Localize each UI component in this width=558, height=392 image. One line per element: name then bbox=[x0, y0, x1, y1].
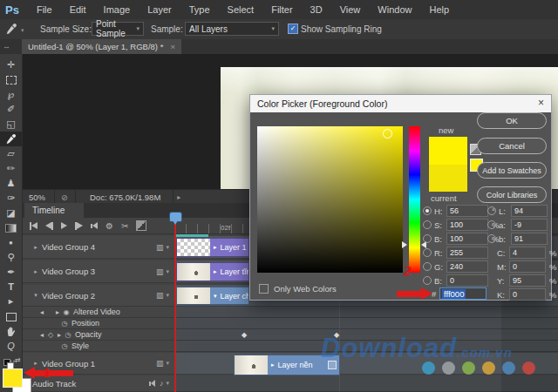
eye-icon[interactable]: ◉ bbox=[62, 308, 71, 316]
audio-track-lane[interactable] bbox=[174, 375, 558, 392]
input-b-lab[interactable]: 91 bbox=[511, 233, 548, 245]
radio-b-lab[interactable] bbox=[487, 234, 496, 243]
dodge-tool[interactable]: ⚲ bbox=[0, 250, 22, 265]
color-field[interactable] bbox=[257, 126, 403, 273]
work-area-bar[interactable] bbox=[176, 234, 208, 237]
next-frame-button[interactable] bbox=[75, 222, 83, 230]
clip-expand-icon[interactable]: ▸ bbox=[271, 362, 275, 368]
pen-tool[interactable]: ✒ bbox=[0, 265, 22, 280]
first-frame-button[interactable] bbox=[30, 222, 37, 230]
input-s[interactable]: 100 bbox=[446, 219, 488, 231]
quick-selection-tool[interactable]: ✐ bbox=[0, 102, 22, 117]
playhead[interactable] bbox=[169, 212, 182, 222]
brush-tool[interactable]: ✏ bbox=[0, 161, 22, 176]
preset-chevron-icon[interactable]: ▾ bbox=[21, 27, 24, 34]
track-menu-icon[interactable]: ▾ bbox=[166, 292, 169, 299]
eyedropper-tool[interactable] bbox=[0, 132, 22, 146]
add-to-swatches-button[interactable]: Add to Swatches bbox=[477, 162, 547, 179]
play-button[interactable] bbox=[61, 222, 67, 229]
radio-a[interactable] bbox=[487, 220, 496, 229]
show-sampling-ring-checkbox[interactable]: ✓ bbox=[288, 24, 298, 34]
zoom-tool[interactable]: Q bbox=[0, 339, 22, 354]
video-group-3-header[interactable]: ▸ Video Group 3 ▥ ▾ bbox=[22, 260, 174, 283]
menu-layer[interactable]: Layer bbox=[139, 4, 180, 15]
marquee-tool[interactable] bbox=[0, 72, 22, 87]
sample-dropdown[interactable]: All Layers ▾ bbox=[185, 22, 279, 36]
transition-button[interactable] bbox=[136, 220, 146, 231]
clip-layer-tinh[interactable]: ▸Layer tĩnh bbox=[176, 262, 249, 281]
menu-3d[interactable]: 3D bbox=[302, 4, 331, 15]
input-g[interactable]: 240 bbox=[446, 260, 488, 273]
clip-expand-icon[interactable]: ▸ bbox=[214, 244, 217, 251]
menu-filter[interactable]: Filter bbox=[262, 4, 301, 15]
eraser-tool[interactable]: ◪ bbox=[0, 206, 22, 220]
mute-audio-button[interactable] bbox=[91, 222, 98, 229]
color-field-cursor[interactable] bbox=[383, 129, 392, 139]
radio-l[interactable] bbox=[487, 206, 496, 215]
menu-help[interactable]: Help bbox=[420, 4, 458, 15]
clip-collapse-icon[interactable]: ▾ bbox=[214, 293, 217, 300]
collapse-icon[interactable]: ▾ bbox=[30, 292, 42, 299]
timeline-tab[interactable]: Timeline bbox=[24, 203, 84, 218]
radio-r[interactable] bbox=[423, 248, 432, 257]
swap-colors-icon[interactable]: ⇄ bbox=[15, 356, 21, 364]
crop-tool[interactable]: ◱ bbox=[0, 117, 22, 132]
input-b[interactable]: 100 bbox=[446, 233, 488, 245]
input-b2[interactable]: 0 bbox=[446, 274, 488, 287]
radio-s[interactable] bbox=[423, 220, 432, 229]
stopwatch-icon[interactable]: ◷ bbox=[60, 320, 69, 328]
gradient-tool[interactable] bbox=[0, 220, 22, 235]
input-a[interactable]: -9 bbox=[511, 219, 548, 231]
track-menu-icon[interactable]: ▾ bbox=[166, 380, 169, 387]
hand-tool[interactable] bbox=[0, 324, 22, 339]
zoom-level[interactable]: 50% bbox=[29, 193, 45, 202]
menu-file[interactable]: File bbox=[28, 4, 61, 15]
spot-healing-tool[interactable]: ▱ bbox=[0, 146, 22, 161]
kf-next-icon[interactable]: ▸ bbox=[55, 331, 64, 339]
expand-icon[interactable]: ▸ bbox=[30, 360, 42, 367]
input-y[interactable]: 95 bbox=[509, 274, 546, 287]
hue-slider[interactable] bbox=[409, 126, 420, 273]
expand-icon[interactable]: ▸ bbox=[30, 268, 42, 275]
document-tab[interactable]: Untitled-1 @ 50% (Layer 1, RGB/8) * × bbox=[22, 39, 181, 54]
type-tool[interactable]: T bbox=[0, 280, 22, 294]
expand-icon[interactable]: ▸ bbox=[30, 244, 42, 251]
ok-button[interactable]: OK bbox=[477, 112, 547, 129]
cancel-button[interactable]: Cancel bbox=[477, 138, 547, 154]
speaker-icon[interactable] bbox=[149, 380, 155, 387]
history-brush-tool[interactable]: ✑ bbox=[0, 191, 22, 206]
path-selection-tool[interactable]: ► bbox=[0, 294, 22, 309]
radio-b2[interactable] bbox=[423, 276, 432, 285]
hex-input[interactable]: fff000 bbox=[439, 287, 487, 300]
input-k[interactable]: 0 bbox=[509, 288, 546, 301]
track-menu-icon[interactable]: ▾ bbox=[166, 268, 169, 275]
lasso-tool[interactable]: ℘ bbox=[0, 87, 22, 102]
clip-layer-chia-khoa[interactable]: ▾Layer chìa k bbox=[176, 287, 249, 305]
menu-window[interactable]: Window bbox=[369, 4, 420, 15]
clip-expand-icon[interactable]: ▸ bbox=[214, 268, 217, 275]
move-tool[interactable]: ✛ bbox=[0, 57, 22, 72]
eyedropper-preset-icon[interactable] bbox=[5, 23, 17, 37]
keyframe-icon[interactable]: ◇ bbox=[46, 331, 55, 339]
tab-close-icon[interactable]: × bbox=[170, 42, 175, 51]
blur-tool[interactable]: ● bbox=[0, 235, 22, 250]
previous-frame-button[interactable] bbox=[45, 222, 53, 230]
menu-type[interactable]: Type bbox=[180, 4, 219, 15]
opacity-keyframe[interactable]: ◆ bbox=[242, 331, 247, 339]
menu-select[interactable]: Select bbox=[219, 4, 263, 15]
kf-next-icon[interactable]: ▸ bbox=[53, 308, 62, 316]
doc-size-info[interactable]: Doc: 675.0K/1.98M bbox=[90, 193, 160, 202]
status-chevron-icon[interactable]: ▸ bbox=[177, 193, 180, 201]
menu-view[interactable]: View bbox=[331, 4, 370, 15]
clip-layer-1[interactable]: ▸Layer 1 bbox=[176, 238, 249, 257]
video-group-4-header[interactable]: ▸ Video Group 4 ▥ ▾ bbox=[22, 236, 174, 259]
split-at-playhead-icon[interactable]: ✂ bbox=[121, 221, 128, 231]
clone-stamp-tool[interactable]: ♟ bbox=[0, 176, 22, 191]
menu-edit[interactable]: Edit bbox=[61, 4, 95, 15]
only-web-colors-checkbox[interactable] bbox=[259, 284, 269, 294]
track-menu-icon[interactable]: ▾ bbox=[166, 360, 169, 367]
workspace-arrows-icon[interactable]: ↔ bbox=[3, 42, 10, 51]
kf-prev-icon[interactable]: ◂ bbox=[37, 331, 46, 339]
input-r[interactable]: 255 bbox=[446, 247, 488, 259]
input-l[interactable]: 94 bbox=[511, 205, 548, 217]
